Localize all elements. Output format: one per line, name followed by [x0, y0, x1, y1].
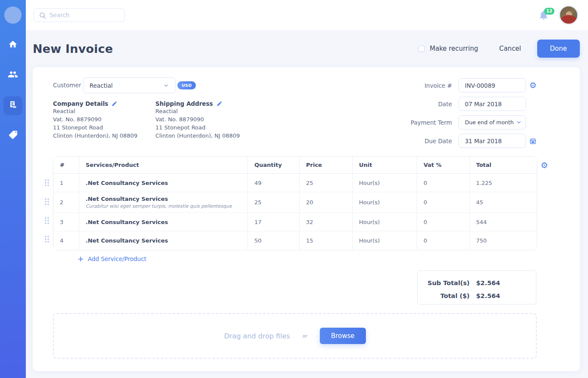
sidebar-item-customers[interactable]	[0, 66, 26, 85]
table-settings-icon[interactable]: ⚙	[541, 161, 548, 169]
total-cell: 45	[470, 192, 537, 213]
table-header-row: # Services/Product Quantity Price Unit V…	[53, 157, 537, 174]
edit-pencil-icon[interactable]	[111, 101, 118, 107]
payment-term-select[interactable]: Due end of month	[458, 115, 526, 129]
users-icon	[8, 69, 18, 81]
unit-cell[interactable]: Hour(s)	[353, 213, 417, 231]
date-input[interactable]	[458, 97, 526, 111]
service-name[interactable]: .Net Consultancy Services	[86, 196, 241, 202]
edit-pencil-icon[interactable]	[217, 101, 223, 107]
quantity-cell[interactable]: 49	[248, 174, 300, 192]
row-number: 3	[53, 213, 79, 231]
make-recurring-toggle[interactable]: Make recurring	[418, 45, 478, 52]
items-table: # Services/Product Quantity Price Unit V…	[53, 156, 536, 250]
row-number: 4	[53, 231, 79, 250]
invoice-number-settings-icon[interactable]: ⚙	[529, 81, 536, 89]
quantity-cell[interactable]: 17	[248, 213, 300, 231]
vat-cell[interactable]: 0	[417, 174, 470, 192]
col-total: Total	[470, 157, 537, 174]
service-name[interactable]: .Net Consultancy Services	[86, 219, 241, 225]
browse-button[interactable]: Browse	[320, 328, 366, 344]
subtotal-value: $2.564	[476, 280, 500, 286]
date-label: Date	[386, 101, 452, 108]
sidebar	[0, 0, 26, 378]
make-recurring-checkbox[interactable]	[418, 46, 425, 52]
price-cell[interactable]: 25	[300, 174, 353, 192]
row-number: 2	[53, 192, 79, 213]
sidebar-item-home[interactable]	[0, 36, 26, 55]
vat-cell[interactable]: 0	[417, 192, 470, 213]
row-drag-handle[interactable]	[44, 217, 50, 224]
calendar-icon[interactable]	[529, 138, 536, 144]
plus-icon	[77, 256, 84, 262]
shipping-address-title: Shipping Address	[155, 100, 213, 107]
col-service: Services/Product	[79, 157, 248, 174]
notifications-button[interactable]: 12	[538, 9, 551, 22]
add-service-button[interactable]: Add Service/Product	[77, 255, 146, 262]
shipping-address-block: Shipping Address Reactial Vat. No. 88790…	[155, 100, 254, 140]
price-cell[interactable]: 32	[300, 213, 353, 231]
chevron-down-icon	[516, 120, 522, 125]
row-drag-handle[interactable]	[44, 235, 50, 243]
invoice-number-label: Invoice #	[386, 82, 452, 89]
price-cell[interactable]: 20	[300, 192, 353, 213]
company-vat: Vat. No. 8879090	[53, 115, 152, 123]
customer-select[interactable]: Reactial	[83, 77, 176, 93]
dropzone-text: Drag and drop files	[224, 332, 290, 340]
total-value: $2.564	[476, 292, 500, 299]
unit-cell[interactable]: Hour(s)	[353, 231, 417, 250]
service-name[interactable]: .Net Consultancy Services	[86, 237, 241, 244]
file-dropzone[interactable]: Drag and drop files or Browse	[53, 313, 537, 359]
row-drag-handle[interactable]	[44, 198, 50, 206]
total-cell: 544	[470, 213, 537, 231]
shipping-vat: Vat. No. 8879090	[155, 115, 254, 123]
total-cell: 750	[470, 231, 537, 250]
table-row[interactable]: 3 .Net Consultancy Services 17 32 Hour(s…	[53, 213, 537, 231]
dropzone-or-label: or	[303, 333, 307, 339]
invoice-number-input[interactable]	[458, 78, 526, 92]
customer-label: Customer	[53, 82, 81, 89]
table-row[interactable]: 4 .Net Consultancy Services 50 15 Hour(s…	[53, 231, 537, 250]
quantity-cell[interactable]: 50	[248, 231, 300, 250]
page-header: New Invoice Make recurring Cancel Done	[33, 30, 580, 67]
total-cell: 1.225	[470, 174, 537, 192]
col-vat: Vat %	[417, 157, 470, 174]
cancel-button[interactable]: Cancel	[499, 45, 521, 52]
quantity-cell[interactable]: 25	[248, 192, 300, 213]
invoice-fields: Invoice # ⚙ Date Payment Term Due end of…	[386, 78, 536, 152]
col-price: Price	[300, 157, 353, 174]
sidebar-item-tags[interactable]	[0, 126, 26, 145]
search-icon	[39, 12, 46, 19]
vat-cell[interactable]: 0	[417, 213, 470, 231]
sidebar-item-invoices[interactable]	[3, 96, 22, 115]
table-row[interactable]: 1 .Net Consultancy Services 49 25 Hour(s…	[53, 174, 537, 192]
payment-term-value: Due end of month	[465, 119, 516, 126]
topbar: 12	[26, 0, 588, 30]
price-cell[interactable]: 15	[300, 231, 353, 250]
customer-select-value: Reactial	[90, 82, 163, 89]
totals-box: Sub Total(s) $2.564 Total ($) $2.564	[417, 270, 536, 304]
shipping-street: 11 Stonepot Road	[155, 123, 254, 132]
row-drag-handle[interactable]	[44, 179, 50, 187]
user-avatar[interactable]	[559, 5, 579, 25]
table-row[interactable]: 2 .Net Consultancy ServicesCurabitur wis…	[53, 192, 537, 213]
add-service-label: Add Service/Product	[88, 255, 146, 262]
company-details-title: Company Details	[53, 100, 108, 107]
notification-badge: 12	[544, 8, 554, 15]
page-title: New Invoice	[33, 42, 418, 55]
col-quantity: Quantity	[248, 157, 300, 174]
invoice-card: Customer Reactial USD Company Details Re…	[33, 67, 580, 371]
unit-cell[interactable]: Hour(s)	[353, 174, 417, 192]
done-button[interactable]: Done	[537, 40, 580, 58]
app-logo[interactable]	[4, 6, 22, 24]
chevron-down-icon	[163, 83, 169, 89]
shipping-city: Clinton (Hunterdon), NJ 08809	[155, 132, 254, 140]
vat-cell[interactable]: 0	[417, 231, 470, 250]
invoice-icon	[8, 100, 18, 112]
unit-cell[interactable]: Hour(s)	[353, 192, 417, 213]
due-date-input[interactable]	[458, 134, 526, 148]
due-date-label: Due Date	[386, 138, 452, 144]
search-input[interactable]	[50, 9, 123, 22]
home-icon	[8, 40, 18, 51]
service-name[interactable]: .Net Consultancy Services	[86, 180, 241, 186]
